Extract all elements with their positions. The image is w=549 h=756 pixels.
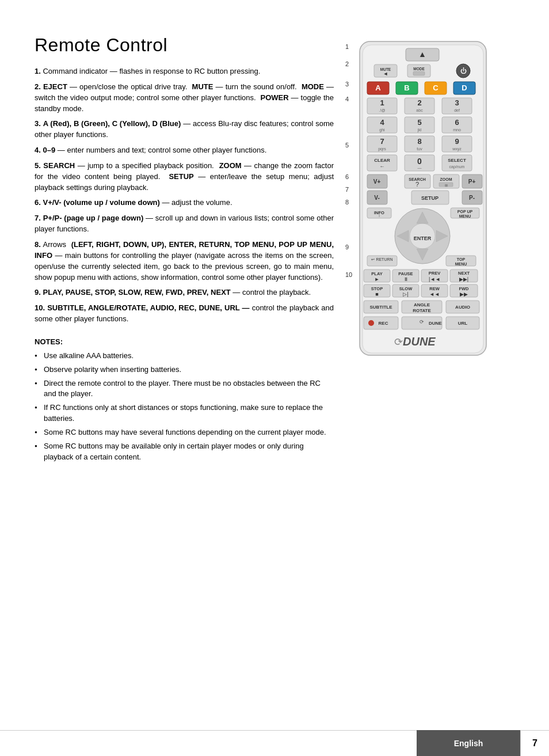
svg-text:►: ►: [375, 276, 380, 282]
svg-text:◄: ◄: [383, 71, 388, 77]
row-numbers: 1 2 3 4 5 6 7 8 9 10: [345, 40, 353, 359]
svg-text:ROTATE: ROTATE: [413, 308, 431, 313]
svg-text:POP UP: POP UP: [458, 210, 473, 214]
svg-text:URL: URL: [458, 321, 468, 326]
svg-text:5: 5: [417, 118, 421, 127]
svg-text:SELECT: SELECT: [448, 158, 466, 163]
svg-text:⏸: ⏸: [403, 276, 409, 282]
row-num-7: 7: [345, 186, 353, 199]
svg-text:|◄◄: |◄◄: [429, 276, 440, 282]
page-footer: English 7: [0, 730, 549, 756]
svg-text:0: 0: [417, 157, 422, 166]
svg-text:▶▶: ▶▶: [460, 291, 468, 297]
svg-point-123: [368, 320, 374, 326]
svg-text:D: D: [462, 83, 467, 92]
svg-text:8: 8: [417, 137, 421, 146]
row-num-8: 8: [345, 199, 353, 244]
svg-text:SETUP: SETUP: [421, 195, 439, 201]
svg-text:⊞: ⊞: [445, 184, 448, 187]
svg-text:▷|: ▷|: [403, 291, 408, 297]
svg-text:def: def: [454, 108, 460, 112]
svg-rect-9: [413, 71, 425, 75]
svg-text:DUNE: DUNE: [403, 335, 436, 348]
list-item-6: 6. V+/V- (volume up / volume down) — adj…: [35, 197, 334, 208]
note-item-6: Some RC buttons may be available only in…: [35, 441, 334, 463]
svg-text:ZOOM: ZOOM: [440, 177, 452, 181]
svg-text:MENU: MENU: [459, 214, 471, 218]
svg-text:1: 1: [380, 98, 384, 107]
note-item-5: Some RC buttons may have several functio…: [35, 427, 334, 438]
row-num-4: 4: [345, 96, 353, 142]
svg-text:P-: P-: [469, 195, 475, 201]
svg-text:abc: abc: [416, 108, 423, 112]
list-item-4: 4. 0–9 — enter numbers and text; control…: [35, 145, 334, 156]
list-item-7: 7. P+/P- (page up / page down) — scroll …: [35, 213, 334, 235]
list-item-10: 10. SUBTITLE, ANGLE/ROTATE, AUDIO, REC, …: [35, 303, 334, 325]
page-title: Remote Control: [35, 35, 334, 56]
remote-diagram: ▲ MUTE ◄ MODE ⏻ A B C: [357, 40, 489, 359]
svg-text:TOP: TOP: [457, 257, 466, 261]
svg-text:SUBTITLE: SUBTITLE: [369, 305, 392, 310]
svg-text:PAUSE: PAUSE: [398, 271, 413, 276]
svg-text:MODE: MODE: [413, 67, 425, 71]
list-item-3: 3. A (Red), B (Green), C (Yellow), D (Bl…: [35, 119, 334, 140]
svg-text:←: ←: [380, 164, 385, 169]
svg-text:MENU: MENU: [455, 262, 467, 266]
notes-list: Use alkaline AAA batteries. Observe pola…: [35, 351, 334, 463]
svg-text:C: C: [433, 83, 439, 92]
svg-text:wxyz: wxyz: [452, 147, 462, 151]
numbered-list: 1. Command indicator — flashes in respon…: [35, 66, 334, 325]
svg-text:2: 2: [417, 98, 421, 107]
svg-text:tuv: tuv: [417, 147, 422, 151]
footer-language: English: [417, 730, 520, 756]
svg-text:V-: V-: [374, 195, 379, 201]
svg-text:FWD: FWD: [459, 286, 469, 291]
svg-text:REC: REC: [379, 321, 388, 326]
svg-text:PLAY: PLAY: [371, 271, 382, 276]
svg-text:NEXT: NEXT: [458, 271, 470, 276]
svg-text:▶▶|: ▶▶|: [459, 276, 468, 282]
svg-text:V+: V+: [373, 178, 381, 185]
footer-page-number: 7: [520, 730, 549, 756]
svg-text:pqrs: pqrs: [378, 147, 386, 151]
list-item-2: 2. EJECT — open/close the optical drive …: [35, 82, 334, 115]
svg-text:PREV: PREV: [429, 271, 440, 276]
svg-text:P+: P+: [468, 178, 476, 185]
svg-text:AUDIO: AUDIO: [455, 305, 470, 310]
list-item-9: 9. PLAY, PAUSE, STOP, SLOW, REW, FWD, PR…: [35, 287, 334, 298]
svg-text:DUNE: DUNE: [429, 321, 442, 326]
svg-text:⟳: ⟳: [420, 319, 424, 325]
svg-text:A: A: [375, 83, 381, 92]
row-num-9: 9: [345, 244, 353, 271]
list-item-1: 1. Command indicator — flashes in respon…: [35, 66, 334, 77]
svg-text:?: ?: [415, 181, 419, 188]
remote-svg: ▲ MUTE ◄ MODE ⏻ A B C: [357, 40, 489, 357]
svg-text:mno: mno: [453, 128, 461, 132]
svg-text:⏻: ⏻: [460, 67, 467, 74]
svg-text:STOP: STOP: [371, 286, 383, 291]
row-num-1: 1: [345, 43, 353, 60]
svg-text:—: —: [418, 166, 422, 170]
right-content: 1 2 3 4 5 6 7 8 9 10 ▲: [345, 35, 512, 465]
svg-text:REW: REW: [429, 286, 440, 291]
notes-section: NOTES: Use alkaline AAA batteries. Obser…: [35, 337, 334, 463]
notes-title: NOTES:: [35, 337, 334, 346]
row-num-5: 5: [345, 142, 353, 173]
row-num-10: 10: [345, 271, 353, 303]
svg-text:4: 4: [380, 118, 384, 127]
row-num-3: 3: [345, 81, 353, 96]
svg-text:■: ■: [375, 291, 378, 297]
item-num-1: 1.: [35, 67, 41, 75]
row-num-2: 2: [345, 60, 353, 81]
svg-text:jkl: jkl: [417, 128, 422, 132]
svg-text:B: B: [404, 83, 409, 92]
note-item-4: If RC functions only at short distances …: [35, 402, 334, 424]
footer-left: [0, 730, 417, 756]
svg-text:◄◄: ◄◄: [429, 291, 440, 297]
page-container: Remote Control 1. Command indicator — fl…: [0, 0, 549, 488]
svg-text:3: 3: [455, 98, 459, 107]
svg-text:cap/num: cap/num: [449, 165, 465, 169]
svg-text:⟳: ⟳: [394, 336, 403, 348]
svg-text:6: 6: [455, 118, 459, 127]
list-item-5: 5. SEARCH — jump to a specified playback…: [35, 161, 334, 193]
